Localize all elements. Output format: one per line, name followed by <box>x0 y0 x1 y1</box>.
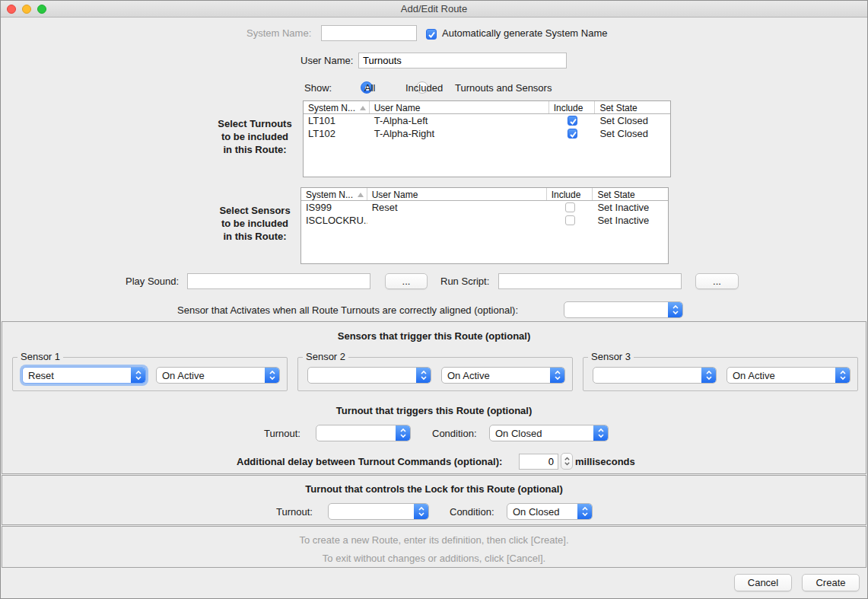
trigger-turnout-title: Turnout that triggers this Route (option… <box>2 405 866 416</box>
instructions-panel: To create a new Route, enter its definit… <box>2 526 866 568</box>
sensor1-group-label: Sensor 1 <box>17 351 63 362</box>
column-header-include[interactable]: Include <box>549 101 596 113</box>
sensor2-group: Sensor 2 On Active <box>297 357 573 391</box>
sensor1-group: Sensor 1 Reset On Active <box>12 357 288 391</box>
trigger-turnout-select[interactable] <box>316 425 411 441</box>
column-header-user-name[interactable]: User Name <box>370 101 549 113</box>
sensor2-group-label: Sensor 2 <box>303 351 348 362</box>
chevron-updown-icon <box>416 368 431 383</box>
show-label: Show: <box>304 82 332 94</box>
title-bar[interactable]: Add/Edit Route <box>1 1 867 18</box>
column-header-include[interactable]: Include <box>547 188 593 200</box>
chevron-updown-icon <box>131 368 145 383</box>
auto-system-name-checkbox[interactable] <box>426 29 437 40</box>
cell-user-name[interactable]: T-Alpha-Left <box>370 115 549 126</box>
run-script-label: Run Script: <box>440 276 489 287</box>
system-name-label: System Name: <box>246 27 311 39</box>
delay-input[interactable] <box>519 454 558 470</box>
sensor2-select[interactable] <box>307 367 431 384</box>
show-suffix-label: Turnouts and Sensors <box>455 82 552 94</box>
cell-set-state[interactable]: Set Inactive <box>593 202 668 213</box>
chevron-updown-icon <box>701 368 716 383</box>
cell-set-state[interactable]: Set Inactive <box>593 215 668 226</box>
trigger-condition-label: Condition: <box>432 428 477 439</box>
column-header-set-state[interactable]: Set State <box>593 188 668 200</box>
trigger-condition-select[interactable]: On Closed <box>489 425 609 441</box>
sensor3-group-label: Sensor 3 <box>588 351 634 362</box>
instruction-line-1: To create a new Route, enter its definit… <box>2 534 866 546</box>
show-all-label: All <box>364 82 375 94</box>
cell-system-name[interactable]: ISCLOCKRU... <box>301 215 367 226</box>
column-header-system-name[interactable]: System N... <box>301 188 367 200</box>
column-header-system-name[interactable]: System N... <box>304 101 370 113</box>
include-checkbox[interactable] <box>568 129 577 139</box>
sort-ascending-icon <box>360 106 366 110</box>
cell-system-name[interactable]: IS999 <box>301 202 367 213</box>
column-header-user-name[interactable]: User Name <box>367 188 547 200</box>
play-sound-input[interactable] <box>187 273 370 289</box>
cell-system-name[interactable]: LT102 <box>304 128 370 139</box>
lock-panel: Turnout that controls the Lock for this … <box>2 475 866 525</box>
chevron-updown-icon <box>668 302 682 317</box>
turnouts-table: System N... User Name Include Set State … <box>303 100 671 177</box>
create-button[interactable]: Create <box>802 574 860 591</box>
auto-system-name-label: Automatically generate System Name <box>442 27 607 39</box>
lock-section-title: Turnout that controls the Lock for this … <box>2 483 866 495</box>
add-edit-route-window: Add/Edit Route System Name: Automaticall… <box>0 0 868 599</box>
chevron-updown-icon <box>835 368 850 383</box>
sort-ascending-icon <box>358 193 364 197</box>
sensors-table: System N... User Name Include Set State … <box>300 187 669 264</box>
include-checkbox[interactable] <box>565 202 575 212</box>
cell-set-state[interactable]: Set Closed <box>595 115 670 126</box>
delay-spinner: milliseconds <box>519 453 635 470</box>
cell-set-state[interactable]: Set Closed <box>595 128 670 139</box>
chevron-updown-icon <box>265 368 279 383</box>
chevron-updown-icon <box>414 504 428 519</box>
sensor3-condition-select[interactable]: On Active <box>727 367 851 384</box>
cell-user-name[interactable]: Reset <box>367 202 547 213</box>
chevron-updown-icon <box>577 504 592 519</box>
cell-user-name[interactable]: T-Alpha-Right <box>370 128 549 139</box>
instruction-line-2: To exit without changes or additions, cl… <box>2 553 866 564</box>
column-header-set-state[interactable]: Set State <box>595 101 670 113</box>
trigger-panel: Sensors that trigger this Route (optiona… <box>2 321 866 474</box>
show-included-label: Included <box>405 82 443 94</box>
lock-condition-select[interactable]: On Closed <box>507 503 593 520</box>
lock-turnout-label: Turnout: <box>276 506 313 518</box>
run-script-browse-button[interactable]: ... <box>695 273 739 289</box>
include-checkbox[interactable] <box>568 116 577 126</box>
include-checkbox[interactable] <box>565 215 575 225</box>
sensor3-group: Sensor 3 On Active <box>583 357 858 391</box>
turnouts-table-header: System N... User Name Include Set State <box>304 101 670 114</box>
aligned-sensor-select[interactable] <box>564 301 683 318</box>
table-row[interactable]: IS999 Reset Set Inactive <box>301 201 668 214</box>
trigger-turnout-label: Turnout: <box>264 428 300 439</box>
run-script-input[interactable] <box>498 273 682 289</box>
select-turnouts-caption: Select Turnouts to be included in this R… <box>211 117 299 156</box>
sensor3-select[interactable] <box>593 367 717 384</box>
lock-turnout-select[interactable] <box>328 503 429 520</box>
chevron-updown-icon <box>593 425 608 441</box>
cell-system-name[interactable]: LT101 <box>304 115 370 126</box>
user-name-input[interactable] <box>358 53 567 69</box>
table-row[interactable]: LT102 T-Alpha-Right Set Closed <box>304 127 670 140</box>
sensor2-condition-select[interactable]: On Active <box>441 367 565 384</box>
trigger-section-title: Sensors that trigger this Route (optiona… <box>2 330 866 342</box>
play-sound-browse-button[interactable]: ... <box>385 273 428 289</box>
play-sound-label: Play Sound: <box>126 276 179 287</box>
sensors-table-header: System N... User Name Include Set State <box>301 188 668 201</box>
table-row[interactable]: LT101 T-Alpha-Left Set Closed <box>304 114 670 127</box>
sensor1-select[interactable]: Reset <box>22 367 146 384</box>
stepper-updown-icon[interactable] <box>561 453 573 470</box>
select-sensors-caption: Select Sensors to be included in this Ro… <box>211 204 299 243</box>
sensor1-condition-select[interactable]: On Active <box>156 367 280 384</box>
system-name-input[interactable] <box>321 25 417 41</box>
delay-units-label: milliseconds <box>575 456 635 467</box>
delay-label: Additional delay between Turnout Command… <box>237 456 502 467</box>
chevron-updown-icon <box>396 425 410 441</box>
user-name-label: User Name: <box>300 55 353 66</box>
table-row[interactable]: ISCLOCKRU... Set Inactive <box>301 214 668 227</box>
aligned-sensor-label: Sensor that Activates when all Route Tur… <box>177 304 518 316</box>
cancel-button[interactable]: Cancel <box>734 574 792 591</box>
window-title: Add/Edit Route <box>1 3 867 14</box>
